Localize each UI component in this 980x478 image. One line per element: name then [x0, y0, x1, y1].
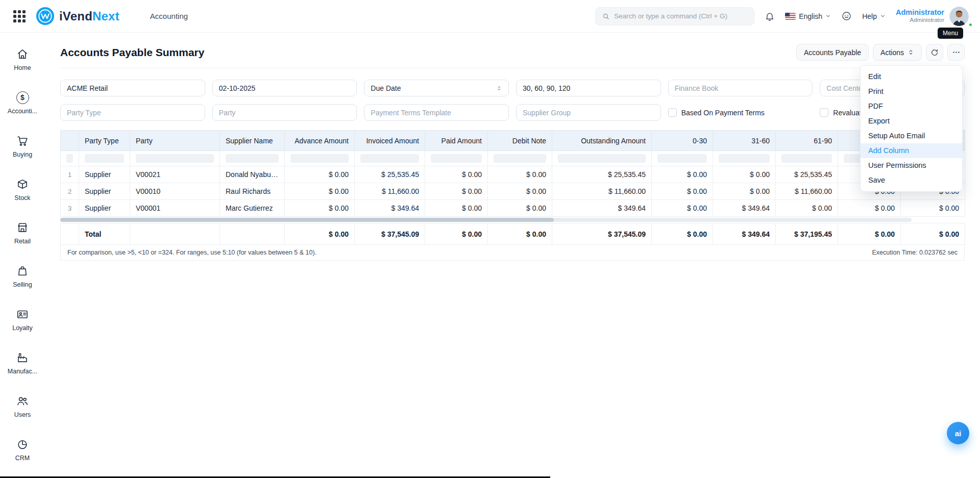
party-type-filter[interactable]: [60, 104, 205, 121]
cell-party-type[interactable]: Supplier: [79, 166, 130, 183]
cell-advance-amount[interactable]: $ 0.00: [285, 166, 355, 183]
cell-supplier-name[interactable]: Marc Gutierrez: [220, 200, 285, 217]
help-chat-button[interactable]: [839, 9, 854, 23]
finance-book-filter[interactable]: [668, 80, 813, 96]
cell-paid-amount[interactable]: $ 0.00: [425, 183, 488, 200]
cell-party-type[interactable]: Supplier: [79, 200, 130, 217]
column-filter-cell[interactable]: [61, 151, 79, 166]
notifications-button[interactable]: [763, 9, 777, 23]
cell-advance-amount[interactable]: $ 0.00: [285, 200, 355, 217]
sidebar-item-retail[interactable]: Retail: [0, 211, 45, 255]
column-header[interactable]: Party Type: [79, 131, 130, 151]
column-header[interactable]: Outstanding Amount: [552, 131, 652, 151]
sidebar-item-loyalty[interactable]: Loyalty: [0, 298, 45, 341]
menu-ellipsis-button[interactable]: [947, 44, 965, 61]
report-date-filter[interactable]: [212, 80, 357, 96]
column-filter-cell[interactable]: [285, 151, 355, 166]
cell-debit-note[interactable]: $ 0.00: [488, 183, 552, 200]
based-on-payment-terms-checkbox[interactable]: Based On Payment Terms: [668, 104, 813, 121]
cell-range-31-60[interactable]: $ 0.00: [713, 183, 776, 200]
column-header[interactable]: Supplier Name: [220, 131, 285, 151]
column-filter-cell[interactable]: [713, 151, 776, 166]
cell-party[interactable]: V00001: [130, 200, 220, 217]
column-filter-cell[interactable]: [220, 151, 285, 166]
cell-range-91-120[interactable]: $ 0.00: [838, 200, 901, 217]
cell-outstanding-amount[interactable]: $ 11,660.00: [552, 183, 652, 200]
column-filter-cell[interactable]: [79, 151, 130, 166]
menu-item-save[interactable]: Save: [861, 173, 962, 188]
cell-advance-amount[interactable]: $ 0.00: [285, 183, 355, 200]
ai-assistant-button[interactable]: ai: [947, 422, 969, 444]
party-filter[interactable]: [212, 104, 357, 121]
horizontal-scrollbar[interactable]: [60, 218, 912, 222]
checkbox-box[interactable]: [668, 108, 677, 117]
ageing-based-on-select[interactable]: Due Date: [364, 80, 509, 96]
actions-button[interactable]: Actions: [873, 44, 922, 61]
payment-terms-template-filter[interactable]: [364, 104, 509, 121]
avatar[interactable]: [949, 7, 969, 26]
column-header[interactable]: Party: [130, 131, 220, 151]
cell-range-31-60[interactable]: $ 349.64: [713, 200, 776, 217]
sidebar-item-home[interactable]: Home: [0, 38, 45, 81]
checkbox-box[interactable]: [820, 108, 828, 117]
cell-outstanding-amount[interactable]: $ 25,535.45: [552, 166, 652, 183]
cell-range-0-30[interactable]: $ 0.00: [652, 166, 713, 183]
cell-debit-note[interactable]: $ 0.00: [488, 200, 552, 217]
table-row[interactable]: 2 Supplier V00010 Raul Richards $ 0.00 $…: [61, 183, 965, 200]
column-filter-cell[interactable]: [355, 151, 425, 166]
search-input[interactable]: [614, 12, 748, 20]
column-header[interactable]: Invoiced Amount: [355, 131, 425, 151]
cell-range-0-30[interactable]: $ 0.00: [652, 200, 713, 217]
scrollbar-thumb[interactable]: [60, 218, 554, 222]
brand-logo[interactable]: iVendNext: [36, 7, 119, 26]
cell-supplier-name[interactable]: Donald Nyabut...: [220, 166, 285, 183]
column-header[interactable]: 0-30: [652, 131, 713, 151]
column-filter-cell[interactable]: [488, 151, 552, 166]
column-header[interactable]: 61-90: [776, 131, 838, 151]
cell-paid-amount[interactable]: $ 0.00: [425, 166, 488, 183]
menu-item-edit[interactable]: Edit: [861, 69, 962, 84]
column-filter-cell[interactable]: [130, 151, 220, 166]
menu-item-pdf[interactable]: PDF: [861, 99, 962, 114]
sidebar-item-accounting[interactable]: $ Accounti...: [0, 81, 45, 124]
menu-item-user-permissions[interactable]: User Permissions: [861, 158, 962, 173]
column-filter-cell[interactable]: [776, 151, 838, 166]
column-header[interactable]: 31-60: [713, 131, 776, 151]
menu-item-add-column[interactable]: Add Column: [861, 143, 962, 158]
help-menu[interactable]: Help: [862, 12, 886, 20]
cell-debit-note[interactable]: $ 0.00: [488, 166, 552, 183]
column-filter-cell[interactable]: [425, 151, 488, 166]
user-menu[interactable]: Administrator Administrator: [896, 7, 969, 26]
cell-invoiced-amount[interactable]: $ 25,535.45: [355, 166, 425, 183]
cell-range-121-above[interactable]: $ 0.00: [901, 200, 965, 217]
ageing-range-filter[interactable]: [516, 80, 661, 96]
column-header[interactable]: Advance Amount: [285, 131, 355, 151]
cell-range-61-90[interactable]: $ 11,660.00: [776, 183, 838, 200]
column-header[interactable]: Paid Amount: [425, 131, 488, 151]
cell-range-0-30[interactable]: $ 0.00: [652, 183, 713, 200]
sidebar-item-selling[interactable]: Selling: [0, 255, 45, 298]
menu-item-print[interactable]: Print: [861, 84, 962, 99]
cell-invoiced-amount[interactable]: $ 11,660.00: [355, 183, 425, 200]
breadcrumb[interactable]: Accounting: [150, 12, 188, 20]
cell-range-61-90[interactable]: $ 25,535.45: [776, 166, 838, 183]
cell-outstanding-amount[interactable]: $ 349.64: [552, 200, 652, 217]
cell-supplier-name[interactable]: Raul Richards: [220, 183, 285, 200]
cell-range-31-60[interactable]: $ 0.00: [713, 166, 776, 183]
column-header[interactable]: Debit Note: [488, 131, 552, 151]
company-filter[interactable]: [60, 80, 205, 96]
sidebar-item-users[interactable]: Users: [0, 385, 45, 428]
refresh-button[interactable]: [926, 44, 943, 61]
sidebar-item-crm[interactable]: CRM: [0, 428, 45, 471]
select-column-header[interactable]: [61, 131, 79, 151]
cell-party[interactable]: V00010: [130, 183, 220, 200]
cell-paid-amount[interactable]: $ 0.00: [425, 200, 488, 217]
cell-party-type[interactable]: Supplier: [79, 183, 130, 200]
column-filter-cell[interactable]: [652, 151, 713, 166]
sidebar-item-buying[interactable]: Buying: [0, 124, 45, 168]
cell-invoiced-amount[interactable]: $ 349.64: [355, 200, 425, 217]
apps-grid-button[interactable]: [11, 8, 28, 24]
sidebar-item-stock[interactable]: Stock: [0, 168, 45, 211]
menu-item-export[interactable]: Export: [861, 114, 962, 129]
report-type-button[interactable]: Accounts Payable: [796, 44, 869, 61]
